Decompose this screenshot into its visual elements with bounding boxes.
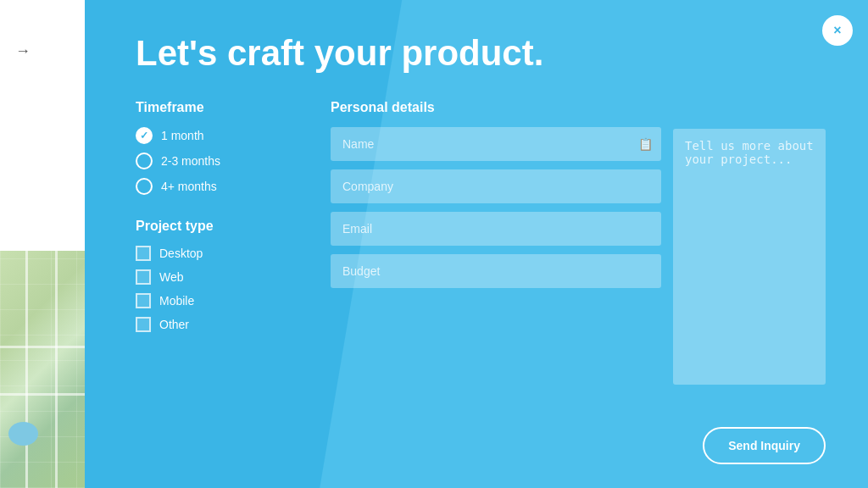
project-type-section: Project type Desktop Web Mobile [136,219,305,332]
project-type-title: Project type [136,219,305,234]
radio-1month-icon [136,127,153,144]
content-area: Let's craft your product. Timeframe 1 mo… [136,34,826,356]
radio-2-3months-label: 2-3 months [161,154,220,168]
timeframe-option-1month[interactable]: 1 month [136,127,305,144]
page-title: Let's craft your product. [136,34,826,73]
checkbox-mobile-label: Mobile [159,294,194,308]
timeframe-radio-group: 1 month 2-3 months 4+ months [136,127,305,195]
close-button[interactable]: × [822,15,853,46]
map-tile [0,251,85,488]
left-panel: Timeframe 1 month 2-3 months 4+ month [136,100,305,356]
checkbox-web-icon [136,269,151,285]
name-input[interactable] [331,127,661,161]
message-textarea[interactable] [673,129,826,385]
form-grid: Timeframe 1 month 2-3 months 4+ month [136,100,826,356]
timeframe-section: Timeframe 1 month 2-3 months 4+ month [136,100,305,195]
project-type-checkbox-group: Desktop Web Mobile Other [136,246,305,332]
map-road [55,251,58,488]
timeframe-title: Timeframe [136,100,305,115]
message-column [673,100,826,356]
personal-details-section: Personal details 📋 [331,100,661,356]
back-arrow-icon[interactable]: → [15,42,31,60]
checkbox-desktop-icon [136,246,151,261]
radio-4plus-label: 4+ months [161,180,217,193]
budget-input[interactable] [331,254,661,288]
project-type-other[interactable]: Other [136,317,305,332]
input-column: 📋 [331,127,661,356]
main-panel: × Let's craft your product. Timeframe 1 … [85,0,868,488]
company-input[interactable] [331,169,661,203]
send-inquiry-button[interactable]: Send Inquiry [703,427,826,464]
checkbox-desktop-label: Desktop [159,247,203,260]
project-type-web[interactable]: Web [136,269,305,285]
checkbox-web-label: Web [159,270,184,284]
checkbox-other-icon [136,317,151,332]
checkbox-other-label: Other [159,318,189,331]
radio-1month-label: 1 month [161,129,204,142]
timeframe-option-2-3months[interactable]: 2-3 months [136,152,305,169]
sidebar: → [0,0,85,488]
map-area [0,251,85,488]
name-field-wrapper: 📋 [331,127,661,161]
contact-card-icon: 📋 [638,137,653,151]
timeframe-option-4plus[interactable]: 4+ months [136,178,305,195]
project-type-mobile[interactable]: Mobile [136,293,305,308]
radio-2-3months-icon [136,152,153,169]
right-panel: Personal details 📋 [331,100,826,356]
project-type-desktop[interactable]: Desktop [136,246,305,261]
map-road [0,346,85,348]
map-road [25,251,28,488]
map-road [0,393,85,396]
checkbox-mobile-icon [136,293,151,308]
personal-details-title: Personal details [331,100,661,115]
email-input[interactable] [331,212,661,246]
radio-4plus-icon [136,178,153,195]
map-water [8,422,38,446]
